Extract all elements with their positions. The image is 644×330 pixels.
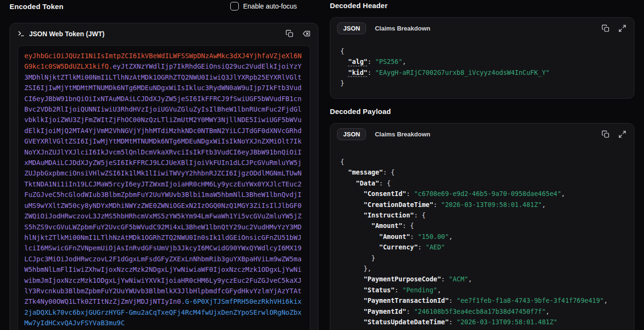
decoded-payload-card: JSON Claims Breakdown [330,123,634,330]
tab-json-payload[interactable]: JSON [337,128,366,140]
decoded-header-title: Decoded Header [330,1,388,10]
decoded-header-tabs: JSON Claims Breakdown [330,18,634,34]
backspace-icon [302,30,310,38]
copy-icon [602,130,610,138]
expand-header-button[interactable] [618,24,626,32]
autofocus-toggle[interactable]: Enable auto-focus [230,2,297,10]
tab-json-header[interactable]: JSON [337,22,366,34]
tab-claims-breakdown-payload[interactable]: Claims Breakdown [375,131,430,138]
token-payload-segment: eyJtZXNzYWdlIjp7IkRhdGEiOnsiQ29uc2VudElk… [24,62,302,305]
terminal-icon [18,30,25,37]
encoded-token-title: Encoded Token [10,2,63,10]
expand-icon [618,130,626,138]
decoded-payload-title: Decoded Payload [330,107,391,115]
expand-payload-button[interactable] [618,130,626,138]
autofocus-checkbox[interactable] [230,2,239,10]
decoded-payload-tabs: JSON Claims Breakdown [330,124,634,140]
jwt-token-input[interactable]: eyJhbGciOiJQUzI1NiIsImtpZCI6IkVBeWdILWFS… [18,45,310,330]
autofocus-label: Enable auto-focus [243,2,297,10]
copy-payload-button[interactable] [602,130,610,138]
copy-icon [602,24,610,32]
decoded-header-json: { "alg": "PS256", "kid": "EAygH-aRIjC700… [330,34,634,93]
encoded-token-card-header: JSON Web Token (JWT) [10,23,318,44]
decoded-payload-json: { "message": { "Data": { "ConsentId": "c… [330,140,634,330]
jwt-card-title: JSON Web Token (JWT) [29,30,104,38]
tab-claims-breakdown-header[interactable]: Claims Breakdown [375,25,430,32]
encoded-token-card: JSON Web Token (JWT) eyJhbGciOiJQUzI1NiI… [10,23,318,330]
expand-icon [618,24,626,32]
clear-token-button[interactable] [302,30,310,38]
copy-header-button[interactable] [602,24,610,32]
copy-token-button[interactable] [286,30,294,38]
copy-icon [286,30,294,38]
decoded-header-card: JSON Claims Breakdown [330,17,634,99]
